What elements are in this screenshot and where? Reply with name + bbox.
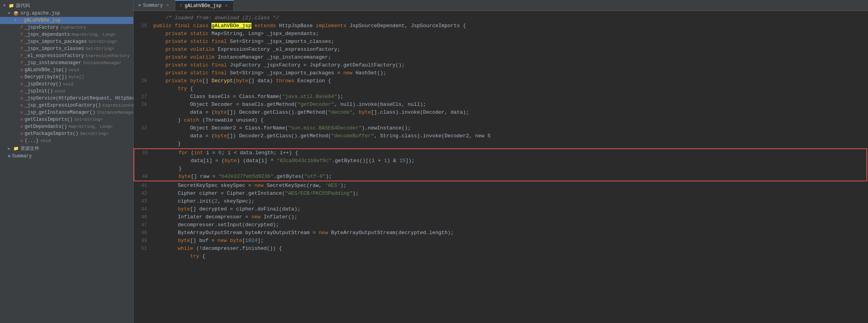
code-content-f5: private static final JspFactory _jspxFac…	[153, 61, 868, 69]
method-type-7: InstanceManager	[97, 110, 134, 115]
code-content-25: public final class gALahVBOe_jsp extends…	[153, 22, 868, 30]
sidebar-item-source-code[interactable]: ▼ 📁 源代码	[0, 2, 133, 10]
sidebar-item-field-dependants[interactable]: f _jspx_dependants Map<String, Long>	[0, 31, 133, 38]
method-type-10: Set<String>	[80, 131, 108, 136]
method-name-1: gALahVBOe_jsp()	[25, 67, 67, 73]
line-num-f3	[134, 46, 153, 46]
sidebar-item-method-getdependants[interactable]: m getDependants() Map<String, Long>	[0, 123, 133, 130]
line-num-f4	[134, 54, 153, 54]
code-area[interactable]: /* loaded from: download (2).class */ 25…	[134, 11, 868, 323]
sidebar-item-gALahVBOe-jsp[interactable]: ▼ C gALahVBOe_jsp	[0, 17, 133, 24]
sidebar-item-method-jspdestroy[interactable]: m _jspDestroy() void	[0, 81, 133, 88]
collapse-arrow-res: ▶	[8, 146, 13, 151]
sidebar-item-method-getclassimports[interactable]: m getClassImports() Set<String>	[0, 116, 133, 123]
tab-summary-close[interactable]: ×	[165, 3, 170, 8]
code-content-47: decompresser.setInput(decrypted);	[153, 221, 868, 229]
left-panel: ▼ 📁 源代码 ▼ 📦 org.apache.jsp ▼ C gALahVBOe…	[0, 0, 134, 323]
sidebar-item-method-jspservice[interactable]: m _jspService(HttpServletRequest, HttpSe…	[0, 95, 133, 102]
line-num-close-catch	[134, 140, 153, 140]
sidebar-item-method-decrypt[interactable]: m Decrypt(byte[]) byte[]	[0, 74, 133, 81]
sidebar-item-field-el-factory[interactable]: f _el_expressionfactory ExpressionFactor…	[0, 52, 133, 59]
code-line-51: 51 while (!decompresser.finished()) {	[134, 245, 868, 253]
sidebar-label-summary: Summary	[12, 153, 32, 159]
line-num-48: 48	[134, 229, 153, 236]
tab-class-label: gALahVBOe_jsp	[185, 3, 222, 9]
code-content-40: byte[] raw = "b42e327feb5d923b".getBytes…	[154, 173, 866, 181]
method-icon-2: m	[20, 75, 23, 79]
code-content-35b: data[i] = (byte) (data[i] ^ "82ca9b43c1b…	[154, 157, 866, 165]
right-panel: ■ Summary × C gALahVBOe_jsp × /* loaded …	[134, 0, 868, 323]
sidebar-item-org-apache-jsp[interactable]: ▼ 📦 org.apache.jsp	[0, 10, 133, 17]
line-num-26: 26	[134, 77, 153, 85]
code-line-25: 25 public final class gALahVBOe_jsp exte…	[134, 22, 868, 30]
method-icon-11: m	[20, 138, 23, 143]
line-num-35c	[134, 165, 154, 165]
tabs-bar: ■ Summary × C gALahVBOe_jsp ×	[134, 0, 868, 11]
code-line-f5: private static final JspFactory _jspxFac…	[134, 61, 868, 69]
tab-gALahVBOe[interactable]: C gALahVBOe_jsp ×	[175, 0, 234, 11]
code-content-f3: private volatile ExpressionFactory _el_e…	[153, 46, 868, 54]
sidebar-label-resources: 资源文件	[20, 145, 39, 152]
line-num-f6	[134, 69, 153, 70]
sidebar-item-resources[interactable]: ▶ 📁 资源文件	[0, 144, 133, 153]
method-type-6: ExpressionFactory	[103, 103, 134, 108]
method-icon-10: m	[20, 131, 23, 136]
collapse-arrow-2: ▼	[8, 11, 13, 16]
method-type-4: void	[55, 89, 65, 94]
field-type-2: Map<String, Long>	[72, 32, 116, 37]
code-line-47: 47 decompresser.setInput(decrypted);	[134, 221, 868, 229]
tab-summary[interactable]: ■ Summary ×	[134, 0, 175, 11]
field-name-1: _jspxFactory	[25, 25, 59, 30]
code-line-try2: try {	[134, 253, 868, 260]
code-line-28: 28 Object Decoder = baseCls.getMethod("g…	[134, 101, 868, 109]
class-icon: C	[20, 18, 22, 23]
code-content-51: while (!decompresser.finished()) {	[153, 245, 868, 253]
code-line-close-catch: }	[134, 140, 868, 148]
code-line-26: 26 private byte[] Decrypt(byte[] data) t…	[134, 77, 868, 85]
code-content-f2: private static final Set<String> _jspx_i…	[153, 38, 868, 46]
code-line-f6: private static final Set<String> _jspx_i…	[134, 69, 868, 77]
line-num-27: 27	[134, 93, 153, 100]
sidebar-item-field-imports-classes[interactable]: f _jspx_imports_classes Set<String>	[0, 45, 133, 52]
sidebar-item-method-getexprfactory[interactable]: m _jsp_getExpressionFactory() Expression…	[0, 102, 133, 109]
sidebar-item-method-jspinit[interactable]: m _jspInit() void	[0, 88, 133, 95]
code-line-28b: data = (byte[]) Decoder.getClass().getMe…	[134, 109, 868, 116]
line-num-35: 35	[134, 149, 154, 157]
sidebar-item-method-getpkgimports[interactable]: m getPackageImports() Set<String>	[0, 130, 133, 137]
code-content-try: try {	[153, 85, 868, 93]
line-num-f1	[134, 30, 153, 30]
method-icon-1: m	[20, 68, 23, 72]
line-num-32b	[134, 132, 153, 133]
method-name-6: _jsp_getExpressionFactory()	[25, 103, 101, 108]
field-icon-1: f	[20, 25, 23, 30]
method-name-3: _jspDestroy()	[25, 81, 62, 87]
sidebar-item-field-instancemanager[interactable]: f _jsp_instancemanager InstanceManager	[0, 59, 133, 66]
field-type-1: JspFactory	[60, 25, 86, 30]
method-name-2: Decrypt(byte[])	[25, 74, 67, 80]
summary-icon: ■	[8, 154, 11, 159]
code-line-f3: private volatile ExpressionFactory _el_e…	[134, 46, 868, 54]
line-num-try2	[134, 253, 153, 253]
code-content-43: cipher.init(2, skeySpec);	[153, 197, 868, 205]
sidebar-item-summary[interactable]: ■ Summary	[0, 153, 133, 160]
sidebar-item-method-etc[interactable]: m {...} void	[0, 137, 133, 144]
code-content-catch: } catch (Throwable unused) {	[153, 116, 868, 124]
code-line-46: 46 Inflater decompresser = new Inflater(…	[134, 213, 868, 221]
code-line-44: 44 byte[] decrypted = cipher.doFinal(dat…	[134, 205, 868, 213]
sidebar-item-method-getinstancemgr[interactable]: m _jsp_getInstanceManager() InstanceMana…	[0, 109, 133, 116]
sidebar-item-method-constructor[interactable]: m gALahVBOe_jsp() void	[0, 66, 133, 74]
code-line-f2: private static final Set<String> _jspx_i…	[134, 38, 868, 46]
code-line-catch: } catch (Throwable unused) {	[134, 116, 868, 124]
method-type-3: void	[63, 82, 73, 87]
code-content-32b: data = (byte[]) Decoder2.getClass().getM…	[153, 132, 868, 140]
sidebar-item-field-jspxFactory[interactable]: f _jspxFactory JspFactory	[0, 24, 133, 31]
code-content-26: private byte[] Decrypt(byte[] data) thro…	[153, 77, 868, 85]
sidebar-item-field-imports-packages[interactable]: f _jspx_imports_packages Set<String>	[0, 38, 133, 45]
method-type-9: Map<String, Long>	[69, 124, 113, 129]
tab-class-close[interactable]: ×	[224, 3, 229, 9]
field-type-5: ExpressionFactory	[86, 54, 130, 58]
code-content-f1: private static Map<String, Long> _jspx_d…	[153, 30, 868, 38]
field-type-4: Set<String>	[86, 46, 114, 51]
code-content-28b: data = (byte[]) Decoder.getClass().getMe…	[153, 109, 868, 116]
code-line-35: 35 for (int i = 0; i < data.length; i++)…	[134, 149, 866, 157]
